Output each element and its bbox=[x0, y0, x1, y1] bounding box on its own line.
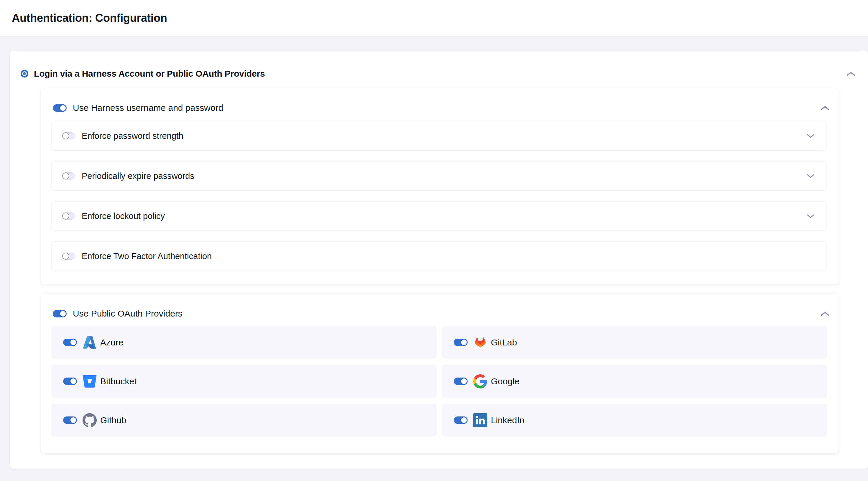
toggle-knob bbox=[460, 378, 468, 385]
provider-label: Bitbucket bbox=[100, 376, 136, 386]
toggle-knob bbox=[62, 172, 69, 180]
gitlab-icon bbox=[473, 335, 487, 350]
public-oauth-providers-label: Use Public OAuth Providers bbox=[73, 309, 183, 319]
provider-label: GitLab bbox=[491, 338, 517, 348]
provider-google: Google bbox=[442, 364, 827, 398]
public-oauth-providers-header: Use Public OAuth Providers bbox=[41, 307, 838, 320]
google-toggle[interactable] bbox=[454, 378, 467, 385]
github-toggle[interactable] bbox=[63, 416, 77, 424]
chevron-down-icon[interactable] bbox=[807, 134, 815, 138]
provider-linkedin: LinkedIn bbox=[442, 404, 827, 437]
linkedin-icon bbox=[473, 413, 487, 427]
provider-grid: Azure GitLab bbox=[51, 326, 827, 437]
toggle-knob bbox=[62, 132, 69, 139]
accordion-header: Login via a Harness Account or Public OA… bbox=[10, 65, 868, 82]
provider-label: Google bbox=[491, 376, 520, 386]
radio-selected-icon[interactable] bbox=[21, 70, 28, 77]
periodically-expire-passwords-label: Periodically expire passwords bbox=[82, 171, 194, 181]
provider-label: Azure bbox=[100, 338, 123, 348]
chevron-down-icon[interactable] bbox=[807, 174, 815, 178]
radio-dot bbox=[23, 72, 26, 75]
accordion-title: Login via a Harness Account or Public OA… bbox=[34, 69, 265, 79]
enforce-password-strength-toggle[interactable] bbox=[62, 132, 74, 139]
enforce-lockout-policy-label: Enforce lockout policy bbox=[82, 211, 165, 221]
harness-username-password-section: Use Harness username and password Enforc… bbox=[41, 88, 839, 285]
enforce-two-factor-authentication-label: Enforce Two Factor Authentication bbox=[82, 251, 212, 261]
provider-label: LinkedIn bbox=[491, 415, 524, 425]
linkedin-toggle[interactable] bbox=[454, 416, 467, 424]
google-icon bbox=[473, 374, 487, 388]
provider-azure: Azure bbox=[51, 326, 437, 359]
provider-bitbucket: Bitbucket bbox=[51, 364, 437, 398]
harness-username-password-header: Use Harness username and password bbox=[41, 101, 838, 115]
toggle-knob bbox=[460, 416, 468, 424]
github-icon bbox=[83, 413, 97, 427]
toggle-knob bbox=[69, 378, 77, 385]
toggle-knob bbox=[69, 339, 77, 346]
public-oauth-providers-toggle[interactable] bbox=[53, 310, 66, 317]
azure-toggle[interactable] bbox=[63, 339, 77, 346]
provider-label: Github bbox=[100, 415, 126, 425]
enforce-two-factor-authentication-row[interactable]: Enforce Two Factor Authentication bbox=[51, 242, 827, 271]
toggle-knob bbox=[62, 253, 69, 260]
enforce-password-strength-label: Enforce password strength bbox=[82, 131, 183, 141]
chevron-up-icon[interactable] bbox=[820, 311, 829, 316]
enforce-lockout-policy-toggle[interactable] bbox=[62, 213, 74, 220]
content-area: Login via a Harness Account or Public OA… bbox=[0, 37, 868, 481]
password-options-list: Enforce password strength Periodically e… bbox=[51, 121, 827, 271]
chevron-down-icon[interactable] bbox=[807, 214, 815, 218]
periodically-expire-passwords-row[interactable]: Periodically expire passwords bbox=[51, 161, 827, 191]
chevron-up-icon[interactable] bbox=[846, 71, 855, 76]
toggle-knob bbox=[59, 104, 67, 112]
toggle-knob bbox=[460, 339, 468, 346]
provider-github: Github bbox=[51, 404, 437, 437]
harness-username-password-toggle[interactable] bbox=[53, 104, 66, 112]
toggle-knob bbox=[62, 213, 69, 220]
harness-username-password-label: Use Harness username and password bbox=[73, 103, 223, 113]
bitbucket-toggle[interactable] bbox=[63, 378, 77, 385]
toggle-knob bbox=[69, 416, 77, 424]
azure-icon bbox=[83, 335, 97, 350]
page-header: Authentication: Configuration bbox=[0, 0, 868, 36]
enforce-two-factor-authentication-toggle[interactable] bbox=[62, 253, 74, 260]
periodically-expire-passwords-toggle[interactable] bbox=[62, 172, 74, 180]
bitbucket-icon bbox=[83, 374, 97, 388]
chevron-up-icon[interactable] bbox=[820, 105, 829, 110]
enforce-password-strength-row[interactable]: Enforce password strength bbox=[51, 121, 827, 151]
auth-methods-card: Login via a Harness Account or Public OA… bbox=[10, 51, 868, 469]
toggle-knob bbox=[59, 310, 67, 317]
gitlab-toggle[interactable] bbox=[454, 339, 467, 346]
public-oauth-providers-section: Use Public OAuth Providers Azure bbox=[41, 294, 839, 453]
provider-gitlab: GitLab bbox=[442, 326, 827, 359]
page-title: Authentication: Configuration bbox=[12, 12, 167, 25]
enforce-lockout-policy-row[interactable]: Enforce lockout policy bbox=[51, 201, 827, 231]
